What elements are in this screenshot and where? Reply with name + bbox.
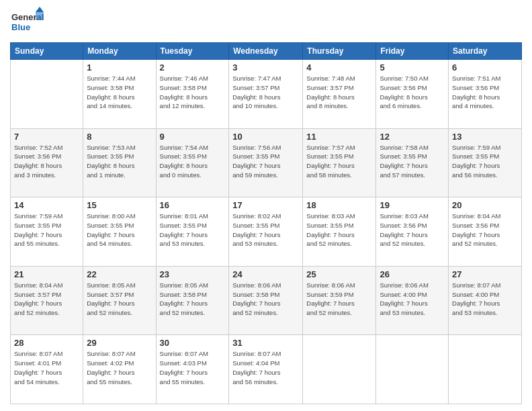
day-info: Sunrise: 8:03 AM Sunset: 3:56 PM Dayligh… [380,212,445,248]
calendar-cell: 17Sunrise: 8:02 AM Sunset: 3:55 PM Dayli… [229,197,303,267]
weekday-header: Friday [376,43,449,60]
calendar-week-row: 21Sunrise: 8:04 AM Sunset: 3:57 PM Dayli… [11,266,522,335]
day-number: 28 [14,338,79,348]
header: General Blue [10,7,522,37]
day-info: Sunrise: 7:51 AM Sunset: 3:56 PM Dayligh… [452,74,518,111]
day-info: Sunrise: 7:59 AM Sunset: 3:55 PM Dayligh… [14,212,79,248]
day-info: Sunrise: 8:02 AM Sunset: 3:55 PM Dayligh… [232,212,299,248]
calendar-cell: 25Sunrise: 8:06 AM Sunset: 3:59 PM Dayli… [303,266,376,335]
day-info: Sunrise: 7:50 AM Sunset: 3:56 PM Dayligh… [380,74,445,111]
day-info: Sunrise: 8:04 AM Sunset: 3:57 PM Dayligh… [14,281,79,318]
day-info: Sunrise: 7:44 AM Sunset: 3:58 PM Dayligh… [87,74,152,111]
day-number: 17 [232,200,299,210]
day-number: 5 [380,62,445,73]
day-number: 11 [306,132,372,142]
calendar-cell: 26Sunrise: 8:06 AM Sunset: 4:00 PM Dayli… [376,266,449,335]
calendar-week-row: 28Sunrise: 8:07 AM Sunset: 4:01 PM Dayli… [11,335,522,404]
day-info: Sunrise: 8:03 AM Sunset: 3:55 PM Dayligh… [306,212,372,248]
day-number: 10 [232,132,299,142]
day-number: 7 [14,132,79,142]
calendar-cell: 10Sunrise: 7:56 AM Sunset: 3:55 PM Dayli… [229,128,303,197]
svg-marker-2 [36,7,44,12]
day-number: 24 [232,269,299,279]
day-number: 23 [160,269,226,279]
day-number: 19 [380,200,445,210]
day-number: 25 [306,269,372,279]
day-number: 27 [452,269,518,279]
calendar-cell: 5Sunrise: 7:50 AM Sunset: 3:56 PM Daylig… [376,60,449,129]
calendar-cell: 11Sunrise: 7:57 AM Sunset: 3:55 PM Dayli… [303,128,376,197]
calendar-cell: 2Sunrise: 7:46 AM Sunset: 3:58 PM Daylig… [156,60,229,129]
calendar-cell: 8Sunrise: 7:53 AM Sunset: 3:55 PM Daylig… [83,128,156,197]
day-info: Sunrise: 7:58 AM Sunset: 3:55 PM Dayligh… [380,143,445,180]
calendar-cell: 3Sunrise: 7:47 AM Sunset: 3:57 PM Daylig… [229,60,303,129]
calendar-cell: 29Sunrise: 8:07 AM Sunset: 4:02 PM Dayli… [83,335,156,404]
day-info: Sunrise: 7:56 AM Sunset: 3:55 PM Dayligh… [232,143,299,180]
calendar-cell: 16Sunrise: 8:01 AM Sunset: 3:55 PM Dayli… [156,197,229,267]
calendar-table: SundayMondayTuesdayWednesdayThursdayFrid… [10,42,522,404]
weekday-header: Wednesday [229,43,303,60]
day-info: Sunrise: 8:04 AM Sunset: 3:56 PM Dayligh… [452,212,518,248]
calendar-cell: 31Sunrise: 8:07 AM Sunset: 4:04 PM Dayli… [229,335,303,404]
calendar-cell [11,60,83,129]
logo-icon: General Blue [10,7,44,37]
calendar-cell: 15Sunrise: 8:00 AM Sunset: 3:55 PM Dayli… [83,197,156,267]
day-number: 4 [306,62,372,73]
day-number: 29 [87,338,152,348]
calendar-cell: 1Sunrise: 7:44 AM Sunset: 3:58 PM Daylig… [83,60,156,129]
day-info: Sunrise: 8:07 AM Sunset: 4:00 PM Dayligh… [452,281,518,318]
calendar-cell: 19Sunrise: 8:03 AM Sunset: 3:56 PM Dayli… [376,197,449,267]
day-info: Sunrise: 8:06 AM Sunset: 3:59 PM Dayligh… [306,281,372,318]
day-number: 30 [160,338,226,348]
calendar-cell: 20Sunrise: 8:04 AM Sunset: 3:56 PM Dayli… [449,197,522,267]
calendar-cell: 13Sunrise: 7:59 AM Sunset: 3:55 PM Dayli… [449,128,522,197]
day-number: 31 [232,338,299,348]
weekday-header: Thursday [303,43,376,60]
day-number: 26 [380,269,445,279]
day-info: Sunrise: 8:07 AM Sunset: 4:04 PM Dayligh… [232,349,299,386]
calendar-cell: 7Sunrise: 7:52 AM Sunset: 3:56 PM Daylig… [11,128,83,197]
calendar-cell: 9Sunrise: 7:54 AM Sunset: 3:55 PM Daylig… [156,128,229,197]
svg-marker-3 [36,12,44,20]
day-info: Sunrise: 8:05 AM Sunset: 3:57 PM Dayligh… [87,281,152,318]
calendar-cell: 28Sunrise: 8:07 AM Sunset: 4:01 PM Dayli… [11,335,83,404]
day-number: 22 [87,269,152,279]
calendar-cell: 27Sunrise: 8:07 AM Sunset: 4:00 PM Dayli… [449,266,522,335]
calendar-cell: 30Sunrise: 8:07 AM Sunset: 4:03 PM Dayli… [156,335,229,404]
day-info: Sunrise: 7:54 AM Sunset: 3:55 PM Dayligh… [160,143,226,180]
day-number: 15 [87,200,152,210]
day-number: 18 [306,200,372,210]
page: General Blue SundayMondayTuesdayWednesda… [0,0,532,411]
day-info: Sunrise: 8:07 AM Sunset: 4:02 PM Dayligh… [87,349,152,386]
calendar-week-row: 14Sunrise: 7:59 AM Sunset: 3:55 PM Dayli… [11,197,522,267]
day-number: 3 [232,62,299,73]
calendar-cell: 23Sunrise: 8:05 AM Sunset: 3:58 PM Dayli… [156,266,229,335]
calendar-cell [449,335,522,404]
calendar-cell: 24Sunrise: 8:06 AM Sunset: 3:58 PM Dayli… [229,266,303,335]
day-number: 20 [452,200,518,210]
calendar-cell: 12Sunrise: 7:58 AM Sunset: 3:55 PM Dayli… [376,128,449,197]
day-info: Sunrise: 7:52 AM Sunset: 3:56 PM Dayligh… [14,143,79,180]
logo: General Blue [10,7,44,37]
weekday-header: Sunday [11,43,83,60]
calendar-week-row: 7Sunrise: 7:52 AM Sunset: 3:56 PM Daylig… [11,128,522,197]
day-info: Sunrise: 8:07 AM Sunset: 4:01 PM Dayligh… [14,349,79,386]
calendar-cell [376,335,449,404]
weekday-header: Monday [83,43,156,60]
day-number: 2 [160,62,226,73]
calendar-cell: 22Sunrise: 8:05 AM Sunset: 3:57 PM Dayli… [83,266,156,335]
day-info: Sunrise: 7:48 AM Sunset: 3:57 PM Dayligh… [306,74,372,111]
day-info: Sunrise: 7:57 AM Sunset: 3:55 PM Dayligh… [306,143,372,180]
day-info: Sunrise: 7:53 AM Sunset: 3:55 PM Dayligh… [87,143,152,180]
calendar-cell: 4Sunrise: 7:48 AM Sunset: 3:57 PM Daylig… [303,60,376,129]
day-info: Sunrise: 8:06 AM Sunset: 4:00 PM Dayligh… [380,281,445,318]
day-number: 1 [87,62,152,73]
day-info: Sunrise: 8:05 AM Sunset: 3:58 PM Dayligh… [160,281,226,318]
day-info: Sunrise: 7:59 AM Sunset: 3:55 PM Dayligh… [452,143,518,180]
day-info: Sunrise: 8:00 AM Sunset: 3:55 PM Dayligh… [87,212,152,248]
day-number: 6 [452,62,518,73]
day-info: Sunrise: 8:06 AM Sunset: 3:58 PM Dayligh… [232,281,299,318]
day-number: 8 [87,132,152,142]
day-info: Sunrise: 8:07 AM Sunset: 4:03 PM Dayligh… [160,349,226,386]
day-number: 9 [160,132,226,142]
